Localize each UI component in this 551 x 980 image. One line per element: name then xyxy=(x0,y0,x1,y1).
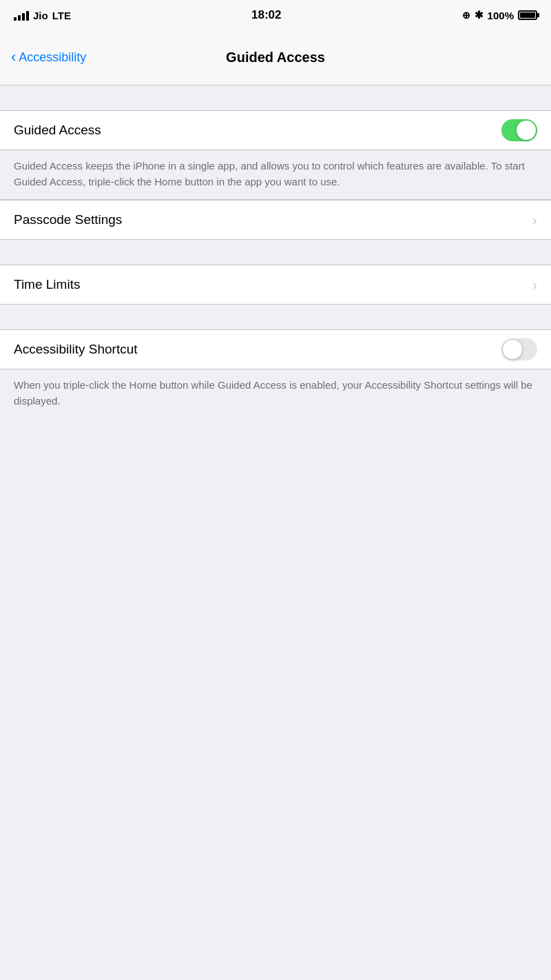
accessibility-shortcut-description: When you triple-click the Home button wh… xyxy=(14,378,537,409)
accessibility-shortcut-section: Accessibility Shortcut xyxy=(0,329,551,369)
middle-gap-2 xyxy=(0,305,551,329)
guided-access-toggle[interactable] xyxy=(501,119,537,141)
passcode-settings-section: Passcode Settings › xyxy=(0,200,551,240)
guided-access-section: Guided Access xyxy=(0,110,551,150)
battery-indicator xyxy=(518,10,537,20)
status-left: Jio LTE xyxy=(14,10,71,21)
signal-bar-4 xyxy=(26,11,29,21)
status-bar: Jio LTE 18:02 ⊕ ✱ 100% xyxy=(0,0,551,30)
back-button[interactable]: ‹ Accessibility xyxy=(11,50,86,65)
signal-bars xyxy=(14,10,29,21)
accessibility-shortcut-row: Accessibility Shortcut xyxy=(0,330,551,369)
network-type: LTE xyxy=(52,10,71,21)
bottom-area xyxy=(0,418,551,694)
passcode-settings-label: Passcode Settings xyxy=(14,212,122,227)
signal-bar-3 xyxy=(22,13,25,21)
battery-icon xyxy=(518,10,537,20)
nav-header: ‹ Accessibility Guided Access xyxy=(0,30,551,85)
guided-access-row: Guided Access xyxy=(0,111,551,150)
time-limits-row[interactable]: Time Limits › xyxy=(0,265,551,304)
signal-bar-1 xyxy=(14,17,17,21)
time-limits-label: Time Limits xyxy=(14,277,80,292)
status-time: 18:02 xyxy=(251,8,281,22)
accessibility-shortcut-toggle[interactable] xyxy=(501,338,537,360)
accessibility-shortcut-description-block: When you triple-click the Home button wh… xyxy=(0,369,551,418)
guided-access-description-block: Guided Access keeps the iPhone in a sing… xyxy=(0,150,551,199)
middle-gap-1 xyxy=(0,240,551,265)
shortcut-toggle-knob xyxy=(503,340,522,359)
accessibility-shortcut-label: Accessibility Shortcut xyxy=(14,342,138,357)
carrier-name: Jio xyxy=(33,10,48,21)
battery-fill xyxy=(520,12,535,18)
bluetooth-icon: ✱ xyxy=(475,9,484,21)
time-limits-section: Time Limits › xyxy=(0,265,551,305)
time-limits-chevron-icon: › xyxy=(532,277,537,293)
battery-percent: 100% xyxy=(488,10,514,21)
guided-access-label: Guided Access xyxy=(14,123,101,138)
back-chevron-icon: ‹ xyxy=(11,50,16,65)
passcode-chevron-icon: › xyxy=(532,212,537,228)
status-right: ⊕ ✱ 100% xyxy=(462,9,537,21)
back-label: Accessibility xyxy=(19,50,86,65)
passcode-settings-row[interactable]: Passcode Settings › xyxy=(0,201,551,239)
screen-lock-icon: ⊕ xyxy=(462,10,470,21)
signal-bar-2 xyxy=(18,15,21,21)
toggle-knob xyxy=(517,121,536,140)
top-gap xyxy=(0,85,551,110)
guided-access-description: Guided Access keeps the iPhone in a sing… xyxy=(14,159,537,190)
page-title: Guided Access xyxy=(226,50,325,65)
